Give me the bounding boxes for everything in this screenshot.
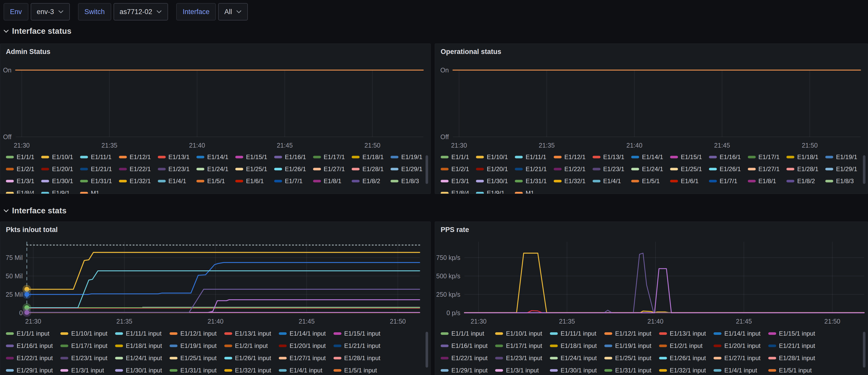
legend-item[interactable]: E1/32/1 bbox=[554, 177, 586, 185]
legend-item[interactable]: M1 bbox=[80, 189, 112, 194]
legend-item[interactable]: E1/2/1 input bbox=[659, 342, 706, 350]
legend-item[interactable]: E1/30/1 input bbox=[115, 367, 162, 374]
legend-item[interactable]: E1/26/1 input bbox=[659, 354, 706, 362]
legend-item[interactable]: E1/14/1 input bbox=[279, 330, 326, 337]
legend-item[interactable]: E1/25/1 bbox=[670, 165, 702, 173]
legend-item[interactable]: E1/14/1 bbox=[196, 153, 228, 161]
legend-item[interactable]: E1/18/1 bbox=[352, 153, 383, 161]
legend-item[interactable]: E1/12/1 input bbox=[604, 330, 651, 337]
legend-item[interactable]: E1/24/1 input bbox=[550, 354, 597, 362]
legend-item[interactable]: E1/16/1 input bbox=[6, 342, 53, 350]
legend-item[interactable]: E1/4/1 input bbox=[714, 367, 760, 374]
section-header-interface-stats[interactable]: Interface stats bbox=[3, 206, 66, 215]
legend-item[interactable]: E1/19/1 input bbox=[169, 342, 216, 350]
legend-item[interactable]: E1/11/1 input bbox=[550, 330, 597, 337]
legend-item[interactable]: E1/7/1 bbox=[274, 177, 306, 185]
legend-item[interactable]: E1/21/1 input bbox=[768, 342, 815, 350]
admin-status-chart[interactable]: OnOff21:3021:3521:4021:4521:50 bbox=[0, 44, 430, 154]
legend-item[interactable]: E1/13/1 input bbox=[659, 330, 706, 337]
legend-scrollbar[interactable] bbox=[426, 332, 428, 368]
pkts-in-out-chart[interactable]: 025 Mil50 Mil75 Mil21:3021:3521:4021:452… bbox=[0, 222, 430, 328]
legend-item[interactable]: E1/16/1 bbox=[709, 153, 741, 161]
legend-item[interactable]: E1/15/1 bbox=[670, 153, 702, 161]
legend-item[interactable]: E1/10/1 input bbox=[60, 330, 107, 337]
legend-item[interactable]: E1/8/2 bbox=[786, 177, 818, 185]
legend-item[interactable]: E1/15/1 input bbox=[768, 330, 815, 337]
legend-item[interactable]: E1/31/1 input bbox=[604, 367, 651, 374]
legend-item[interactable]: E1/31/1 input bbox=[169, 367, 216, 374]
legend-item[interactable]: E1/27/1 input bbox=[279, 354, 326, 362]
legend-item[interactable]: E1/32/1 input bbox=[224, 367, 271, 374]
legend-item[interactable]: E1/28/1 input bbox=[768, 354, 815, 362]
legend-item[interactable]: E1/8/3 bbox=[391, 177, 423, 185]
legend-item[interactable]: E1/3/1 input bbox=[60, 367, 107, 374]
legend-item[interactable]: E1/17/1 bbox=[748, 153, 780, 161]
legend-item[interactable]: E1/13/1 bbox=[593, 153, 624, 161]
variable-value-interface-dropdown[interactable]: All bbox=[218, 3, 248, 21]
legend-item[interactable]: E1/18/1 input bbox=[115, 342, 162, 350]
legend-item[interactable]: E1/2/1 bbox=[6, 165, 34, 173]
legend-item[interactable]: E1/1/1 input bbox=[441, 330, 488, 337]
legend-item[interactable]: E1/19/1 bbox=[825, 153, 857, 161]
panel-title[interactable]: Pkts in/out total bbox=[6, 226, 58, 234]
legend-item[interactable]: E1/8/3 bbox=[825, 177, 857, 185]
legend-item[interactable]: E1/11/1 input bbox=[115, 330, 162, 337]
legend-item[interactable]: E1/10/1 bbox=[41, 153, 73, 161]
legend-item[interactable]: E1/8/4 bbox=[441, 189, 469, 194]
legend-scrollbar[interactable] bbox=[863, 332, 865, 368]
legend-item[interactable]: E1/29/1 input bbox=[441, 367, 488, 374]
legend-item[interactable]: E1/8/1 bbox=[748, 177, 780, 185]
legend-item[interactable]: E1/22/1 bbox=[554, 165, 586, 173]
legend-item[interactable]: E1/5/1 bbox=[196, 177, 228, 185]
panel-title[interactable]: PPS rate bbox=[441, 226, 469, 234]
legend-item[interactable]: E1/10/1 input bbox=[495, 330, 542, 337]
legend-item[interactable]: E1/3/1 bbox=[6, 177, 34, 185]
legend-item[interactable]: E1/29/1 bbox=[825, 165, 857, 173]
legend-item[interactable]: E1/5/1 input bbox=[768, 367, 815, 374]
legend-item[interactable]: E1/8/4 bbox=[6, 189, 34, 194]
legend-item[interactable]: E1/1/1 bbox=[6, 153, 34, 161]
legend-item[interactable]: E1/27/1 bbox=[313, 165, 345, 173]
legend-item[interactable]: E1/19/1 input bbox=[604, 342, 651, 350]
legend-item[interactable]: E1/6/1 bbox=[235, 177, 267, 185]
legend-item[interactable]: E1/18/1 bbox=[786, 153, 818, 161]
legend-item[interactable]: M1 bbox=[515, 189, 547, 194]
operational-status-chart[interactable]: OnOff21:3021:3521:4021:4521:50 bbox=[435, 44, 868, 154]
legend-item[interactable]: E1/14/1 bbox=[631, 153, 663, 161]
legend-scrollbar[interactable] bbox=[863, 155, 865, 184]
legend-item[interactable]: E1/22/1 input bbox=[6, 354, 53, 362]
legend-item[interactable]: E1/1/1 input bbox=[6, 330, 53, 337]
legend-item[interactable]: E1/9/1 bbox=[476, 189, 508, 194]
legend-item[interactable]: E1/8/1 bbox=[313, 177, 345, 185]
legend-item[interactable]: E1/12/1 bbox=[119, 153, 151, 161]
legend-item[interactable]: E1/17/1 bbox=[313, 153, 345, 161]
legend-item[interactable]: E1/32/1 bbox=[119, 177, 151, 185]
legend-scrollbar[interactable] bbox=[426, 155, 428, 184]
legend-item[interactable]: E1/4/1 bbox=[593, 177, 624, 185]
legend-item[interactable]: E1/22/1 input bbox=[441, 354, 488, 362]
legend-item[interactable]: E1/20/1 input bbox=[714, 342, 760, 350]
legend-item[interactable]: E1/20/1 bbox=[476, 165, 508, 173]
legend-item[interactable]: E1/31/1 bbox=[515, 177, 547, 185]
legend-item[interactable]: E1/7/1 bbox=[709, 177, 741, 185]
legend-item[interactable]: E1/16/1 bbox=[274, 153, 306, 161]
legend-item[interactable]: E1/2/1 bbox=[441, 165, 469, 173]
legend-item[interactable]: E1/20/1 bbox=[41, 165, 73, 173]
legend-item[interactable]: E1/16/1 input bbox=[441, 342, 488, 350]
legend-item[interactable]: E1/2/1 input bbox=[224, 342, 271, 350]
legend-item[interactable]: E1/6/1 bbox=[670, 177, 702, 185]
legend-item[interactable]: E1/27/1 input bbox=[714, 354, 760, 362]
legend-item[interactable]: E1/30/1 bbox=[476, 177, 508, 185]
legend-item[interactable]: E1/12/1 input bbox=[169, 330, 216, 337]
legend-item[interactable]: E1/31/1 bbox=[80, 177, 112, 185]
legend-item[interactable]: E1/25/1 input bbox=[604, 354, 651, 362]
legend-item[interactable]: E1/23/1 bbox=[593, 165, 624, 173]
legend-item[interactable]: E1/18/1 input bbox=[550, 342, 597, 350]
legend-item[interactable]: E1/26/1 input bbox=[224, 354, 271, 362]
legend-item[interactable]: E1/15/1 bbox=[235, 153, 267, 161]
legend-item[interactable]: E1/4/1 input bbox=[279, 367, 326, 374]
legend-item[interactable]: E1/24/1 bbox=[631, 165, 663, 173]
legend-item[interactable]: E1/20/1 input bbox=[279, 342, 326, 350]
panel-title[interactable]: Operational status bbox=[441, 48, 501, 56]
section-header-interface-status[interactable]: Interface status bbox=[3, 27, 71, 36]
